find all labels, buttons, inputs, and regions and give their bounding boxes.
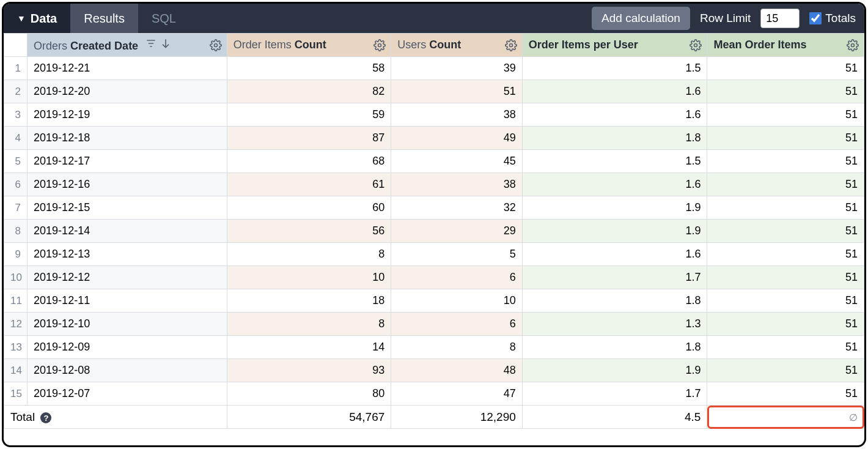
totals-toggle[interactable]: Totals xyxy=(809,12,856,25)
cell-mean-order-items[interactable]: 51 xyxy=(707,382,864,406)
cell-mean-order-items[interactable]: 51 xyxy=(707,80,864,103)
cell-date[interactable]: 2019-12-15 xyxy=(28,196,227,220)
cell-date[interactable]: 2019-12-17 xyxy=(28,150,227,173)
cell-mean-order-items[interactable]: 51 xyxy=(707,103,864,127)
tab-data-label: Data xyxy=(31,12,57,26)
cell-order-items-per-user[interactable]: 1.7 xyxy=(522,266,707,289)
cell-users[interactable]: 10 xyxy=(391,289,522,313)
cell-users[interactable]: 47 xyxy=(391,382,522,406)
cell-users[interactable]: 48 xyxy=(391,359,522,382)
cell-order-items-per-user[interactable]: 1.8 xyxy=(522,127,707,150)
cell-users[interactable]: 6 xyxy=(391,313,522,336)
cell-mean-order-items[interactable]: 51 xyxy=(707,313,864,336)
cell-order-items[interactable]: 93 xyxy=(227,359,391,382)
header-users-count[interactable]: Users Count xyxy=(391,34,522,57)
cell-order-items-per-user[interactable]: 1.9 xyxy=(522,220,707,243)
cell-order-items[interactable]: 18 xyxy=(227,289,391,313)
cell-order-items-per-user[interactable]: 1.8 xyxy=(522,336,707,359)
cell-users[interactable]: 45 xyxy=(391,150,522,173)
cell-date[interactable]: 2019-12-10 xyxy=(28,313,227,336)
add-calculation-button[interactable]: Add calculation xyxy=(592,7,690,30)
cell-order-items-per-user[interactable]: 1.6 xyxy=(522,173,707,196)
cell-order-items[interactable]: 87 xyxy=(227,127,391,150)
row-number: 8 xyxy=(4,220,28,243)
header-mean-order-items[interactable]: Mean Order Items xyxy=(707,34,864,57)
cell-order-items-per-user[interactable]: 1.8 xyxy=(522,289,707,313)
cell-mean-order-items[interactable]: 51 xyxy=(707,196,864,220)
cell-order-items[interactable]: 68 xyxy=(227,150,391,173)
gear-icon[interactable] xyxy=(373,39,386,51)
row-number: 14 xyxy=(4,359,28,382)
cell-order-items[interactable]: 80 xyxy=(227,382,391,406)
cell-order-items[interactable]: 10 xyxy=(227,266,391,289)
cell-order-items-per-user[interactable]: 1.3 xyxy=(522,313,707,336)
gear-icon[interactable] xyxy=(847,39,859,51)
cell-users[interactable]: 5 xyxy=(391,243,522,266)
help-icon[interactable]: ? xyxy=(40,412,51,423)
cell-order-items-per-user[interactable]: 1.5 xyxy=(522,57,707,80)
tab-results[interactable]: Results xyxy=(70,4,138,33)
cell-order-items[interactable]: 8 xyxy=(227,243,391,266)
gear-icon[interactable] xyxy=(210,39,222,51)
cell-users[interactable]: 38 xyxy=(391,103,522,127)
row-number: 5 xyxy=(4,150,28,173)
row-limit-input[interactable] xyxy=(760,9,800,28)
cell-mean-order-items[interactable]: 51 xyxy=(707,266,864,289)
cell-users[interactable]: 29 xyxy=(391,220,522,243)
cell-order-items[interactable]: 8 xyxy=(227,313,391,336)
header-rownum xyxy=(4,34,28,57)
header-order-items-count[interactable]: Order Items Count xyxy=(227,34,391,57)
cell-date[interactable]: 2019-12-08 xyxy=(28,359,227,382)
cell-date[interactable]: 2019-12-21 xyxy=(28,57,227,80)
cell-date[interactable]: 2019-12-19 xyxy=(28,103,227,127)
cell-mean-order-items[interactable]: 51 xyxy=(707,173,864,196)
cell-order-items[interactable]: 61 xyxy=(227,173,391,196)
cell-mean-order-items[interactable]: 51 xyxy=(707,359,864,382)
cell-users[interactable]: 6 xyxy=(391,266,522,289)
cell-users[interactable]: 38 xyxy=(391,173,522,196)
cell-order-items[interactable]: 82 xyxy=(227,80,391,103)
cell-order-items[interactable]: 14 xyxy=(227,336,391,359)
cell-mean-order-items[interactable]: 51 xyxy=(707,220,864,243)
cell-users[interactable]: 39 xyxy=(391,57,522,80)
cell-users[interactable]: 51 xyxy=(391,80,522,103)
cell-order-items-per-user[interactable]: 1.6 xyxy=(522,243,707,266)
header-created-date[interactable]: Orders Created Date xyxy=(28,34,227,57)
cell-order-items-per-user[interactable]: 1.5 xyxy=(522,150,707,173)
cell-date[interactable]: 2019-12-20 xyxy=(28,80,227,103)
filter-icon[interactable] xyxy=(145,37,157,50)
cell-date[interactable]: 2019-12-18 xyxy=(28,127,227,150)
cell-order-items-per-user[interactable]: 1.9 xyxy=(522,359,707,382)
cell-date[interactable]: 2019-12-14 xyxy=(28,220,227,243)
tab-sql[interactable]: SQL xyxy=(138,4,189,33)
cell-date[interactable]: 2019-12-12 xyxy=(28,266,227,289)
cell-date[interactable]: 2019-12-11 xyxy=(28,289,227,313)
cell-mean-order-items[interactable]: 51 xyxy=(707,289,864,313)
cell-date[interactable]: 2019-12-13 xyxy=(28,243,227,266)
cell-order-items[interactable]: 58 xyxy=(227,57,391,80)
cell-mean-order-items[interactable]: 51 xyxy=(707,127,864,150)
cell-date[interactable]: 2019-12-16 xyxy=(28,173,227,196)
tab-data[interactable]: ▼ Data xyxy=(4,4,70,33)
cell-order-items[interactable]: 60 xyxy=(227,196,391,220)
gear-icon[interactable] xyxy=(505,39,517,51)
cell-order-items-per-user[interactable]: 1.6 xyxy=(522,103,707,127)
cell-users[interactable]: 8 xyxy=(391,336,522,359)
cell-order-items-per-user[interactable]: 1.9 xyxy=(522,196,707,220)
cell-date[interactable]: 2019-12-09 xyxy=(28,336,227,359)
cell-order-items[interactable]: 56 xyxy=(227,220,391,243)
cell-users[interactable]: 49 xyxy=(391,127,522,150)
cell-order-items[interactable]: 59 xyxy=(227,103,391,127)
gear-icon[interactable] xyxy=(690,39,702,51)
header-order-items-per-user[interactable]: Order Items per User xyxy=(522,34,707,57)
cell-mean-order-items[interactable]: 51 xyxy=(707,336,864,359)
cell-mean-order-items[interactable]: 51 xyxy=(707,243,864,266)
cell-mean-order-items[interactable]: 51 xyxy=(707,57,864,80)
cell-order-items-per-user[interactable]: 1.7 xyxy=(522,382,707,406)
cell-order-items-per-user[interactable]: 1.6 xyxy=(522,80,707,103)
cell-mean-order-items[interactable]: 51 xyxy=(707,150,864,173)
cell-users[interactable]: 32 xyxy=(391,196,522,220)
totals-checkbox[interactable] xyxy=(809,12,822,24)
sort-desc-icon[interactable] xyxy=(160,37,172,50)
cell-date[interactable]: 2019-12-07 xyxy=(28,382,227,406)
